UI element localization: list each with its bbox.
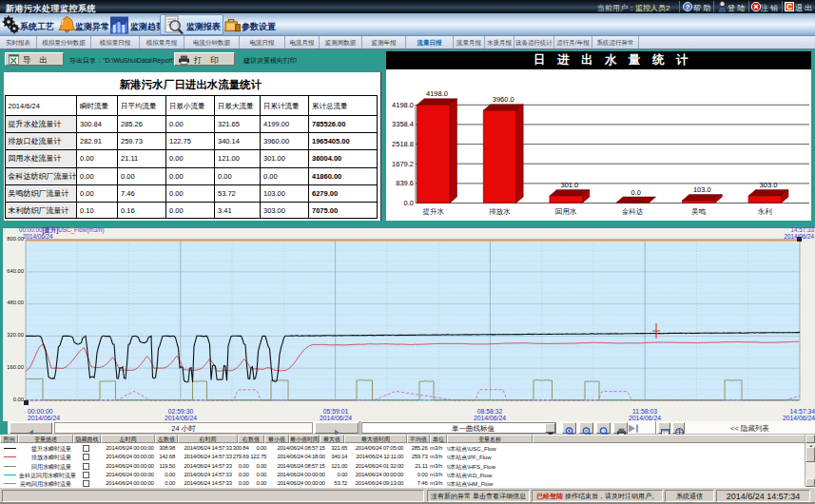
svg-text:11:58:03: 11:58:03 [632,408,657,415]
svg-text:00:00:00: 00:00:00 [28,408,53,415]
svg-text:800.00: 800.00 [7,236,24,242]
svg-text:金科达: 金科达 [622,207,644,216]
svg-text:2014/06/24: 2014/06/24 [783,415,815,421]
svg-text:提升水: 提升水 [423,207,445,216]
svg-text:3358.4: 3358.4 [392,120,414,128]
svg-text:303.0: 303.0 [760,181,778,189]
svg-text:2518.8: 2518.8 [392,140,414,148]
svg-text:?: ? [686,3,690,11]
svg-text:2014/06/24: 2014/06/24 [320,415,352,421]
svg-text:回用水: 回用水 [555,207,577,216]
svg-text:C: C [786,2,792,11]
svg-text:14:57:34: 14:57:34 [790,408,815,415]
svg-text:4198.0: 4198.0 [392,101,414,109]
svg-text:0.0: 0.0 [631,188,640,197]
svg-text:2014/06/24: 2014/06/24 [28,415,60,421]
svg-text:839.6: 839.6 [396,179,414,187]
svg-text:02:59:30: 02:59:30 [168,408,194,415]
svg-text:0.0: 0.0 [404,199,414,207]
svg-text:320.00: 320.00 [7,332,24,338]
svg-text:3960.0: 3960.0 [493,95,514,104]
svg-text:301.0: 301.0 [561,181,579,189]
svg-text:2014/06/24: 2014/06/24 [165,415,197,421]
svg-text:103.0: 103.0 [693,185,711,194]
svg-text:1679.2: 1679.2 [392,160,414,168]
svg-text:480.00: 480.00 [7,300,24,305]
svg-text:160.00: 160.00 [7,364,24,370]
svg-text:640.00: 640.00 [7,268,24,274]
svg-text:吴鸣: 吴鸣 [691,207,707,216]
svg-text:永利: 永利 [757,207,773,216]
svg-text:05:59:01: 05:59:01 [323,408,349,415]
svg-text:2014/06/24: 2014/06/24 [474,415,506,421]
svg-text:2014/06/24: 2014/06/24 [629,415,661,421]
svg-text:4198.0: 4198.0 [426,89,448,98]
svg-text:0.00: 0.00 [13,397,24,402]
svg-text:2014/06/24: 2014/06/24 [784,233,814,240]
svg-text:08:58:32: 08:58:32 [477,408,503,415]
svg-text:2014/06/24: 2014/06/24 [23,233,53,240]
svg-text:排放水: 排放水 [489,207,511,216]
